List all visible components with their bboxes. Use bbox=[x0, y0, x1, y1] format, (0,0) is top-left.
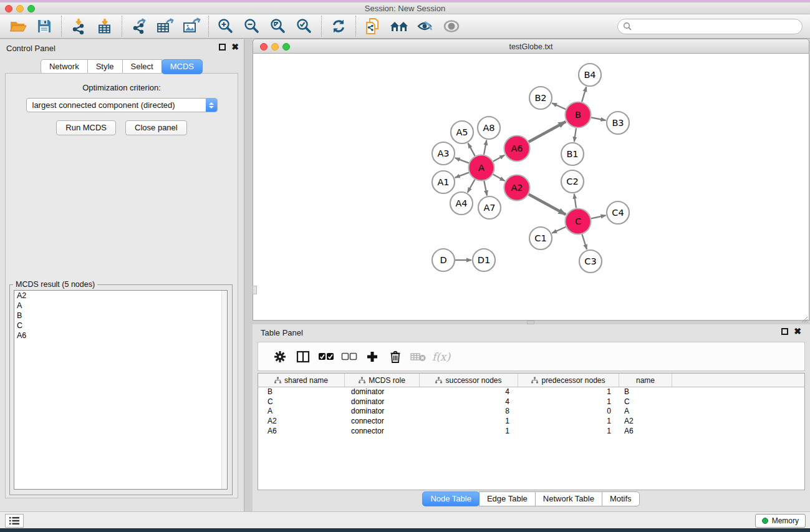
home-button[interactable] bbox=[386, 16, 412, 37]
select-all-button[interactable] bbox=[314, 352, 337, 361]
float-panel-icon[interactable] bbox=[219, 44, 226, 51]
table-cell[interactable]: 1 bbox=[518, 417, 619, 427]
graph-edge-B-B4[interactable] bbox=[582, 87, 586, 102]
graph-node-B1[interactable]: B1 bbox=[561, 143, 584, 165]
mcds-result-list[interactable]: A2ABCA6 bbox=[14, 290, 228, 490]
graph-node-A5[interactable]: A5 bbox=[451, 121, 473, 143]
save-session-button[interactable] bbox=[31, 16, 57, 37]
column-header-successor-nodes[interactable]: successor nodes bbox=[420, 374, 518, 387]
resize-handle-icon[interactable] bbox=[801, 316, 808, 323]
table-cell[interactable]: 4 bbox=[420, 397, 518, 407]
table-cell[interactable]: 4 bbox=[420, 387, 518, 397]
float-table-panel-icon[interactable] bbox=[781, 328, 788, 335]
graph-edge-A-A7[interactable] bbox=[484, 181, 487, 195]
graph-edge-A-A1[interactable] bbox=[455, 173, 469, 178]
tab-network[interactable]: Network bbox=[41, 59, 88, 74]
graph-node-A3[interactable]: A3 bbox=[432, 142, 455, 165]
table-row[interactable]: Adominator80A bbox=[258, 407, 804, 417]
graph-node-A4[interactable]: A4 bbox=[450, 192, 473, 215]
split-view-button[interactable] bbox=[291, 351, 314, 363]
graph-node-D1[interactable]: D1 bbox=[473, 249, 495, 271]
tab-style[interactable]: Style bbox=[87, 59, 123, 74]
graph-node-C4[interactable]: C4 bbox=[607, 201, 629, 224]
zoom-selected-button[interactable] bbox=[291, 16, 317, 37]
tab-network-table[interactable]: Network Table bbox=[535, 491, 602, 506]
table-cell[interactable]: A6 bbox=[619, 427, 672, 437]
refresh-view-button[interactable] bbox=[325, 16, 352, 37]
delete-table-button[interactable] bbox=[407, 351, 430, 362]
network-graph[interactable]: B4B2BB3A5A8A6B1A3AA1C2A2A4A7CC4C1C3DD1 bbox=[253, 54, 809, 319]
show-graphics-button[interactable] bbox=[438, 16, 465, 37]
tab-motifs[interactable]: Motifs bbox=[602, 491, 640, 506]
graph-node-C[interactable]: C bbox=[566, 209, 591, 235]
open-session-button[interactable] bbox=[5, 16, 31, 37]
function-builder-button[interactable]: f(x) bbox=[430, 351, 453, 363]
table-cell[interactable]: B bbox=[258, 387, 345, 397]
graph-edge-A2-C[interactable] bbox=[529, 194, 566, 215]
network-canvas[interactable]: B4B2BB3A5A8A6B1A3AA1C2A2A4A7CC4C1C3DD1 bbox=[253, 54, 809, 321]
list-scrollbar[interactable] bbox=[221, 291, 227, 489]
table-row[interactable]: Cdominator41C bbox=[258, 397, 804, 407]
table-cell[interactable]: A bbox=[258, 407, 345, 417]
graph-node-A1[interactable]: A1 bbox=[432, 171, 455, 193]
close-table-panel-icon[interactable]: ✖ bbox=[794, 328, 801, 335]
graph-node-A7[interactable]: A7 bbox=[478, 196, 501, 219]
table-cell[interactable]: A2 bbox=[258, 417, 345, 427]
list-item[interactable]: B bbox=[14, 311, 227, 321]
graph-node-A8[interactable]: A8 bbox=[478, 117, 500, 139]
export-network-button[interactable] bbox=[126, 16, 152, 37]
table-cell[interactable]: 1 bbox=[518, 397, 619, 407]
tab-mcds[interactable]: MCDS bbox=[162, 59, 203, 74]
export-image-button[interactable] bbox=[178, 16, 205, 37]
table-cell[interactable]: 1 bbox=[518, 387, 619, 397]
list-item[interactable]: A6 bbox=[14, 331, 227, 341]
graph-edge-A-A5[interactable] bbox=[468, 143, 475, 157]
zoom-fit-button[interactable] bbox=[265, 16, 291, 37]
table-cell[interactable]: 1 bbox=[420, 427, 518, 437]
close-panel-button[interactable]: Close panel bbox=[125, 120, 187, 135]
memory-button[interactable]: Memory bbox=[755, 514, 806, 528]
criterion-dropdown[interactable]: largest connected component (directed) bbox=[26, 98, 218, 112]
table-cell[interactable]: connector bbox=[345, 417, 420, 427]
table-cell[interactable]: dominator bbox=[345, 397, 420, 407]
graph-node-A2[interactable]: A2 bbox=[504, 175, 530, 201]
graph-node-C1[interactable]: C1 bbox=[529, 227, 552, 249]
table-cell[interactable]: 0 bbox=[518, 407, 619, 417]
node-table[interactable]: shared nameMCDS rolesuccessor nodesprede… bbox=[258, 373, 805, 490]
style-preview-button[interactable] bbox=[412, 16, 438, 37]
table-settings-button[interactable] bbox=[268, 350, 291, 364]
deselect-all-button[interactable] bbox=[337, 352, 360, 361]
table-cell[interactable]: A6 bbox=[258, 427, 345, 437]
search-field[interactable] bbox=[617, 19, 803, 34]
task-history-button[interactable] bbox=[5, 514, 24, 528]
graph-edge-A-A4[interactable] bbox=[468, 180, 475, 193]
close-panel-icon[interactable]: ✖ bbox=[231, 44, 239, 51]
table-row[interactable]: A6connector11A6 bbox=[258, 427, 804, 437]
graph-node-C2[interactable]: C2 bbox=[561, 170, 584, 193]
export-table-button[interactable] bbox=[152, 16, 178, 37]
import-network-button[interactable] bbox=[65, 16, 92, 37]
table-cell[interactable]: 1 bbox=[518, 427, 619, 437]
graph-node-B4[interactable]: B4 bbox=[579, 64, 601, 86]
graph-edge-C-C3[interactable] bbox=[582, 235, 587, 249]
graph-node-D[interactable]: D bbox=[432, 249, 455, 271]
graph-node-B3[interactable]: B3 bbox=[607, 112, 629, 134]
graph-edge-A-A3[interactable] bbox=[455, 158, 469, 163]
column-header-MCDS-role[interactable]: MCDS role bbox=[345, 374, 420, 387]
tab-edge-table[interactable]: Edge Table bbox=[479, 491, 536, 506]
tab-select[interactable]: Select bbox=[122, 59, 162, 74]
list-item[interactable]: C bbox=[14, 321, 227, 331]
graph-edge-A-A2[interactable] bbox=[493, 175, 505, 181]
graph-node-A6[interactable]: A6 bbox=[504, 136, 530, 162]
graph-edge-A6-B[interactable] bbox=[529, 122, 566, 142]
graph-edge-C-C4[interactable] bbox=[591, 215, 606, 218]
column-header-shared-name[interactable]: shared name bbox=[258, 374, 345, 387]
table-cell[interactable]: connector bbox=[345, 427, 420, 437]
list-item[interactable]: A bbox=[14, 301, 227, 311]
graph-edge-B-B3[interactable] bbox=[591, 117, 605, 120]
graph-edge-A-A6[interactable] bbox=[493, 155, 504, 162]
add-column-button[interactable] bbox=[360, 351, 383, 363]
table-cell[interactable]: C bbox=[619, 397, 672, 407]
graph-node-C3[interactable]: C3 bbox=[579, 250, 602, 273]
zoom-out-button[interactable] bbox=[239, 16, 265, 37]
